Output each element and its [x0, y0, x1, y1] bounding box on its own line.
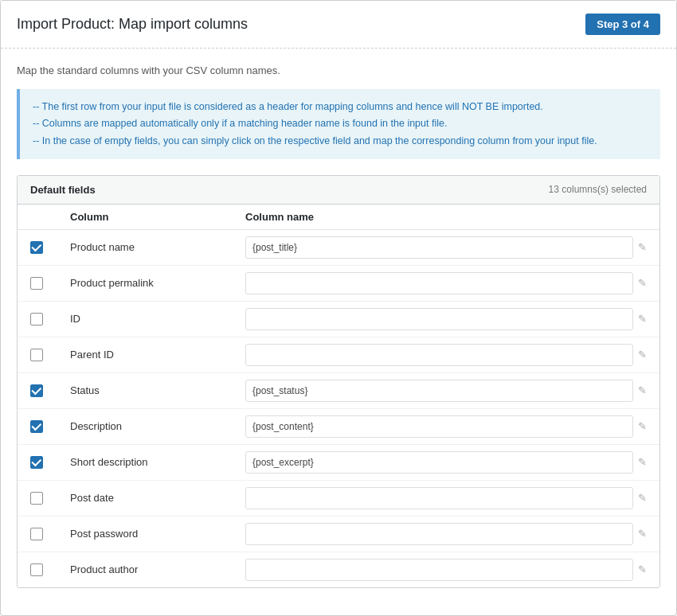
- column-name-input-short-description[interactable]: [245, 451, 633, 474]
- table-rows-container: Product name✎Product permalink✎ID✎Parent…: [18, 230, 659, 587]
- checkbox-product-name[interactable]: [30, 241, 43, 254]
- column-label-post-password: Post password: [70, 528, 245, 540]
- checkbox-post-password[interactable]: [30, 528, 43, 540]
- edit-icon-id[interactable]: ✎: [638, 313, 647, 325]
- checkbox-cell-status: [30, 384, 70, 397]
- table-row: Parent ID✎: [18, 337, 659, 373]
- column-name-input-post-password[interactable]: [245, 523, 633, 545]
- column-label-short-description: Short description: [70, 456, 245, 468]
- page-wrapper: Import Product: Map import columns Step …: [0, 0, 677, 616]
- column-headers: Column Column name: [18, 205, 659, 230]
- edit-icon-status[interactable]: ✎: [638, 384, 647, 396]
- info-line-3: -- In the case of empty fields, you can …: [33, 133, 648, 150]
- checkbox-post-date[interactable]: [30, 492, 43, 505]
- column-name-cell-description: ✎: [245, 415, 647, 438]
- info-box: -- The first row from your input file is…: [17, 89, 660, 159]
- edit-icon-post-password[interactable]: ✎: [638, 528, 647, 540]
- column-name-input-product-name[interactable]: [245, 236, 633, 259]
- column-name-cell-product-name: ✎: [245, 236, 647, 259]
- checkbox-cell-post-password: [30, 528, 70, 540]
- table-section-header: Default fields 13 columns(s) selected: [18, 176, 659, 205]
- col-header-column: Column: [70, 211, 245, 223]
- column-name-input-parent-id[interactable]: [245, 344, 633, 366]
- column-label-product-author: Product author: [70, 563, 245, 575]
- column-name-cell-status: ✎: [245, 380, 647, 402]
- edit-icon-description[interactable]: ✎: [638, 420, 647, 432]
- checkbox-product-permalink[interactable]: [30, 277, 43, 290]
- column-name-input-status[interactable]: [245, 380, 633, 402]
- column-name-cell-product-author: ✎: [245, 559, 647, 581]
- checkbox-short-description[interactable]: [30, 456, 43, 469]
- page-header: Import Product: Map import columns Step …: [1, 1, 676, 49]
- column-label-status: Status: [70, 384, 245, 396]
- column-name-cell-product-permalink: ✎: [245, 272, 647, 294]
- checkbox-product-author[interactable]: [30, 563, 43, 576]
- checkbox-status[interactable]: [30, 384, 43, 397]
- column-name-cell-parent-id: ✎: [245, 344, 647, 366]
- column-label-parent-id: Parent ID: [70, 349, 245, 361]
- table-row: Description✎: [18, 409, 659, 445]
- column-name-input-product-author[interactable]: [245, 559, 633, 581]
- column-name-input-product-permalink[interactable]: [245, 272, 633, 294]
- checkbox-cell-product-author: [30, 563, 70, 576]
- page-title: Import Product: Map import columns: [17, 16, 248, 33]
- column-label-product-permalink: Product permalink: [70, 277, 245, 289]
- table-row: Product name✎: [18, 230, 659, 266]
- table-row: Status✎: [18, 373, 659, 409]
- column-name-input-description[interactable]: [245, 415, 633, 438]
- table-row: Post date✎: [18, 481, 659, 517]
- column-label-post-date: Post date: [70, 492, 245, 504]
- subtitle: Map the standard columns with your CSV c…: [17, 64, 660, 76]
- table-row: Product author✎: [18, 552, 659, 587]
- column-label-product-name: Product name: [70, 241, 245, 253]
- info-line-1: -- The first row from your input file is…: [33, 99, 648, 115]
- column-name-input-id[interactable]: [245, 308, 633, 330]
- table-row: Short description✎: [18, 445, 659, 481]
- checkbox-cell-description: [30, 420, 70, 433]
- columns-selected-count: 13 columns(s) selected: [549, 184, 647, 195]
- column-name-cell-id: ✎: [245, 308, 647, 330]
- column-name-cell-short-description: ✎: [245, 451, 647, 474]
- checkbox-cell-id: [30, 313, 70, 326]
- checkbox-header-cell: [30, 211, 70, 223]
- table-section-title: Default fields: [30, 184, 96, 196]
- edit-icon-post-date[interactable]: ✎: [638, 492, 647, 504]
- column-label-id: ID: [70, 313, 245, 325]
- edit-icon-product-name[interactable]: ✎: [638, 241, 647, 253]
- edit-icon-product-permalink[interactable]: ✎: [638, 277, 647, 289]
- info-line-2: -- Columns are mapped automatically only…: [33, 115, 648, 132]
- column-name-cell-post-password: ✎: [245, 523, 647, 545]
- checkbox-cell-product-name: [30, 241, 70, 254]
- columns-table: Default fields 13 columns(s) selected Co…: [17, 175, 660, 588]
- edit-icon-parent-id[interactable]: ✎: [638, 349, 647, 361]
- checkbox-cell-product-permalink: [30, 277, 70, 290]
- checkbox-cell-parent-id: [30, 349, 70, 361]
- checkbox-cell-short-description: [30, 456, 70, 469]
- column-name-input-post-date[interactable]: [245, 487, 633, 509]
- checkbox-parent-id[interactable]: [30, 349, 43, 361]
- checkbox-description[interactable]: [30, 420, 43, 433]
- checkbox-id[interactable]: [30, 313, 43, 326]
- table-row: Post password✎: [18, 517, 659, 552]
- edit-icon-product-author[interactable]: ✎: [638, 563, 647, 575]
- step-badge: Step 3 of 4: [585, 14, 660, 35]
- page-body: Map the standard columns with your CSV c…: [1, 49, 676, 604]
- column-name-cell-post-date: ✎: [245, 487, 647, 509]
- col-header-column-name: Column name: [245, 211, 647, 223]
- table-row: ID✎: [18, 302, 659, 337]
- table-row: Product permalink✎: [18, 266, 659, 302]
- column-label-description: Description: [70, 420, 245, 432]
- checkbox-cell-post-date: [30, 492, 70, 505]
- edit-icon-short-description[interactable]: ✎: [638, 456, 647, 468]
